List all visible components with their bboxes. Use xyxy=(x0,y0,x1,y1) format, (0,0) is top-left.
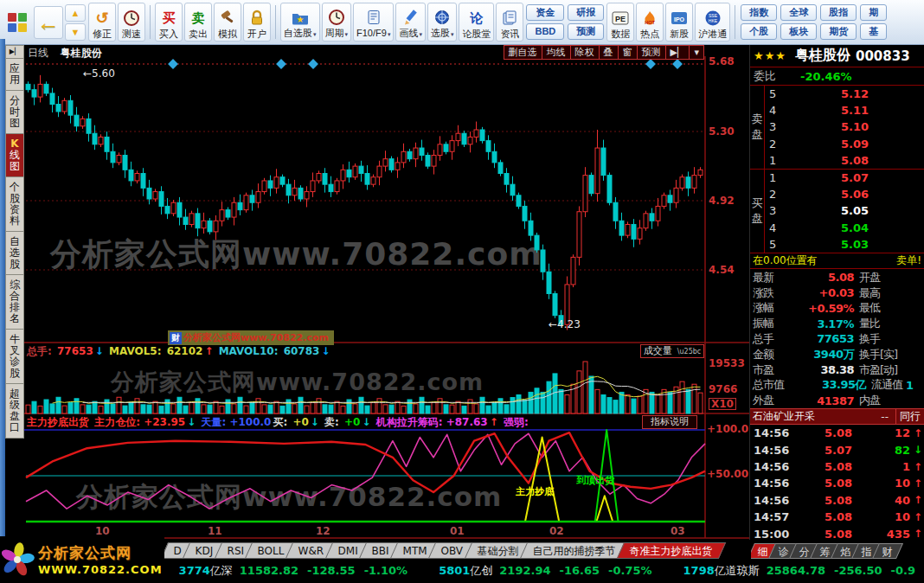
stock-picker-button[interactable]: 选股▾ xyxy=(427,3,458,42)
hotspot-button[interactable]: HOT热点 xyxy=(636,3,664,42)
chart-header-button-5[interactable]: 预测 xyxy=(638,46,666,59)
book-row: 35.10 xyxy=(765,119,924,135)
period-button[interactable]: 周期▾ xyxy=(322,3,352,42)
flame-icon: HOT xyxy=(640,8,659,29)
news-button[interactable]: 资讯 xyxy=(496,3,523,42)
chart-region[interactable]: 日线 粤桂股份 删自选均线除权叠窗预测▶▏▾ 分析家公式网www.70822.c… xyxy=(24,45,749,540)
draw-line-button[interactable]: 画线▾ xyxy=(395,3,426,42)
sidebar-item-综合排名[interactable]: 综合排名 xyxy=(5,275,24,330)
stat-row: 最新5.08开盘 xyxy=(750,270,924,285)
sidebar-item-自选股[interactable]: 自选股 xyxy=(5,232,24,275)
sector-button[interactable]: 板块 xyxy=(780,23,817,40)
hk-connect-button[interactable]: SSEHKE沪港通 xyxy=(695,3,730,42)
simulate-button[interactable]: 模拟 xyxy=(214,3,241,42)
sell-icon: 卖 xyxy=(192,8,205,29)
index-futures-button[interactable]: 股指 xyxy=(820,4,857,21)
collapse-button[interactable]: ▶▏ xyxy=(5,45,24,59)
month-label: 11 xyxy=(208,525,222,537)
position-notice: 在0.00位置有 卖单! xyxy=(750,253,924,269)
stock-button[interactable]: 个股 xyxy=(741,23,777,40)
sell-button[interactable]: 卖卖出 xyxy=(184,3,212,42)
arrow-down-icon: ↓ xyxy=(912,444,924,456)
chart-header-button-2[interactable]: 除权 xyxy=(571,46,600,59)
sector-bar[interactable]: 石油矿业开采 -- 同行 xyxy=(750,408,924,425)
f10-button[interactable]: F10/F9▾ xyxy=(353,3,394,42)
kline-chart[interactable] xyxy=(24,45,749,540)
chart-header-button-7[interactable]: ▾ xyxy=(690,46,703,59)
forum-button[interactable]: 论论股堂 xyxy=(459,3,494,42)
speed-test-button[interactable]: 测速 xyxy=(118,3,145,42)
arrow-up-icon: ↑ xyxy=(912,461,924,473)
index-quote: 1798亿道琼斯25864.78-256.50-0.9 xyxy=(683,563,924,579)
open-account-button[interactable]: 开户 xyxy=(243,3,271,42)
revise-button[interactable]: ↺修正 xyxy=(88,3,116,42)
tick-list: 14:565.0812↑14:565.0782↓14:565.081↑14:56… xyxy=(750,425,924,540)
left-sidebar: ▶▏应用分时图K线图个股资料自选股综合排名牛叉诊股超级盘口 xyxy=(5,45,24,540)
chart-header-button-3[interactable]: 叠 xyxy=(600,46,619,59)
toolbar-separator xyxy=(275,5,276,39)
sidebar-item-应用[interactable]: 应用 xyxy=(5,59,24,91)
chart-header-button-0[interactable]: 删自选 xyxy=(504,46,542,59)
tick-row: 14:565.0810↑ xyxy=(750,475,924,491)
global-button[interactable]: 全球 xyxy=(780,4,817,21)
tick-row: 14:565.081↑ xyxy=(750,458,924,475)
sidebar-item-牛叉诊股[interactable]: 牛叉诊股 xyxy=(5,330,24,384)
peer-button[interactable]: 同行 xyxy=(895,409,924,424)
options-button[interactable]: 期 xyxy=(860,4,887,21)
chart-header-button-1[interactable]: 均线 xyxy=(542,46,571,59)
chart-header-button-4[interactable]: 窗 xyxy=(619,46,638,59)
stat-row: 外盘41387内盘 xyxy=(750,393,924,408)
watchlist-button[interactable]: ★自选股▾ xyxy=(280,3,320,42)
indicator-axis-label: +100.0 xyxy=(707,424,748,434)
forum-icon: 论 xyxy=(470,8,483,29)
scroll-up-button[interactable]: ▲ xyxy=(65,4,86,22)
index-button[interactable]: 指数 xyxy=(741,4,777,21)
futures-button[interactable]: 期货 xyxy=(820,23,857,40)
back-button[interactable]: ← xyxy=(34,6,63,39)
stat-row: 涨幅+0.59%最低 xyxy=(750,300,924,316)
data-button[interactable]: PE数据 xyxy=(606,3,634,42)
clock-icon xyxy=(123,8,140,29)
gavel-icon xyxy=(219,8,236,29)
ipo-button[interactable]: IPO新股 xyxy=(665,3,693,42)
site-logo: 分析家公式网 WWW.70822.COM xyxy=(0,536,164,583)
sidebar-item-个股资料[interactable]: 个股资料 xyxy=(5,177,24,232)
funds2-button[interactable]: 基 xyxy=(860,23,887,40)
chevron-down-icon: ▾ xyxy=(313,31,317,37)
bbd-button[interactable]: BBD xyxy=(526,23,564,40)
toolbar-stack: 资金BBD xyxy=(526,3,564,42)
forecast-button[interactable]: 预测 xyxy=(568,23,604,40)
scroll-down-button[interactable]: ▼ xyxy=(65,23,86,41)
sidebar-item-分时图[interactable]: 分时图 xyxy=(5,91,24,134)
funds-button[interactable]: 资金 xyxy=(526,4,564,21)
indicator-help-button[interactable]: 指标说明 xyxy=(642,415,697,429)
sector-name: 石油矿业开采 xyxy=(750,409,881,424)
book-row: 55.12 xyxy=(765,86,924,102)
research-button[interactable]: 研报 xyxy=(568,4,604,21)
app-menu-button[interactable] xyxy=(8,13,27,32)
book-row: 25.09 xyxy=(765,136,924,152)
chart-period: 日线 xyxy=(28,47,48,59)
month-label: 03 xyxy=(671,525,685,537)
volume-header: 总手: 77653↓ MAVOL5: 62102↑ MAVOL10: 60783… xyxy=(24,344,704,359)
price-axis-label: 5.30 xyxy=(709,126,735,137)
document-icon xyxy=(365,7,382,28)
indicator-tab-自己用的捕捞季节[interactable]: 自己用的捕捞季节 xyxy=(519,542,628,559)
indicator-tabs: DKDJRSIBOLLW&RDMIBBIMTMOBV基础分割自己用的捕捞季节奇准… xyxy=(164,540,749,559)
sidebar-item-超级盘口[interactable]: 超级盘口 xyxy=(5,384,24,439)
logo-title: 分析家公式网 xyxy=(38,543,163,563)
panel-tab-财[interactable]: 财 xyxy=(872,543,903,559)
indicator-tab-selected[interactable]: 奇准主力抄底出货 xyxy=(616,542,725,559)
target-icon xyxy=(433,7,451,28)
indicator-axis-label: +50.00 xyxy=(707,469,748,479)
chart-header-button-6[interactable]: ▶▏ xyxy=(666,46,690,59)
tick-row: 14:565.0840↑ xyxy=(750,492,924,509)
volume-type-dropdown[interactable]: 成交量\u25bc xyxy=(640,344,704,358)
sidebar-item-K线图[interactable]: K线图 xyxy=(5,134,24,177)
buy-button[interactable]: 买买入 xyxy=(155,3,183,42)
book-row: 45.11 xyxy=(765,102,924,119)
index-quote: 5801亿创2192.94-16.65-0.75% xyxy=(439,563,660,579)
rating-stars: ★★★ xyxy=(754,49,786,62)
folder-star-icon: ★ xyxy=(291,7,310,28)
toolbar-stack: 期基 xyxy=(860,3,887,42)
